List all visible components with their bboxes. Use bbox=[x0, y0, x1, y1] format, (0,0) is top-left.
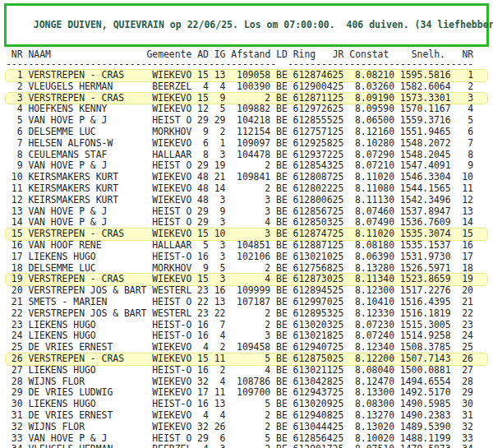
cell-rank: 1 bbox=[6, 70, 23, 81]
cell-ring: 613020925 bbox=[293, 399, 344, 410]
cell-land: BE bbox=[276, 320, 288, 331]
cell-ad: 16 bbox=[197, 365, 209, 376]
cell-constat: 8.13270 bbox=[355, 410, 394, 422]
table-row: 1 VERSTREPEN - CRAS WIEKEVO 15 13 109058… bbox=[6, 70, 487, 81]
cell-rank: 16 bbox=[6, 240, 23, 252]
race-results-page: JONGE DUIVEN, QUIEVRAIN op 22/06/25. Los… bbox=[0, 3, 493, 448]
cell-constat: 8.07510 bbox=[355, 444, 394, 448]
cell-ig: 14 bbox=[214, 183, 226, 195]
cell-land: BE bbox=[276, 376, 288, 388]
cell-constat: 8.11080 bbox=[355, 183, 394, 195]
cell-rank-2: 11 bbox=[451, 183, 473, 195]
cell-ad: 16 bbox=[197, 252, 209, 263]
cell-name: VERSTREPEN - CRAS bbox=[28, 353, 146, 365]
cell-afstand: 109700 bbox=[231, 387, 270, 399]
table-row: 17 LIEKENS HUGO HEIST-O 16 3 102106 BE 6… bbox=[6, 252, 487, 263]
cell-ring: 612943725 bbox=[293, 387, 344, 399]
cell-name: VAN HOVE P & J bbox=[28, 433, 146, 445]
cell-constat: 8.11130 bbox=[355, 195, 394, 206]
cell-ring: 613042825 bbox=[293, 376, 344, 388]
cell-afstand: 112154 bbox=[231, 127, 270, 138]
cell-ring: 612802225 bbox=[293, 183, 344, 195]
cell-afstand: 2 bbox=[231, 444, 270, 448]
cell-name: HOEFKENS KENNY bbox=[28, 104, 146, 115]
cell-rank: 25 bbox=[6, 342, 23, 353]
cell-land: BE bbox=[276, 263, 288, 275]
cell-rank-2: 3 bbox=[451, 93, 473, 104]
cell-afstand: 100390 bbox=[231, 81, 270, 93]
cell-rank-2: 7 bbox=[451, 138, 473, 150]
cell-rank: 11 bbox=[6, 183, 23, 195]
cell-snelheid: 1595.5816 bbox=[400, 70, 451, 81]
cell-snelheid: 1537.8947 bbox=[400, 206, 451, 218]
cell-ring: 612756825 bbox=[293, 263, 344, 275]
cell-land: BE bbox=[276, 422, 288, 433]
cell-rank-2: 1 bbox=[451, 70, 473, 81]
cell-rank-2: 32 bbox=[451, 422, 473, 433]
cell-snelheid: 1582.6064 bbox=[400, 81, 451, 93]
cell-rank: 29 bbox=[6, 387, 23, 399]
cell-land: BE bbox=[276, 115, 288, 127]
cell-ig: 9 bbox=[214, 206, 226, 218]
cell-rank: 8 bbox=[6, 150, 23, 161]
cell-ad: 29 bbox=[197, 115, 209, 127]
cell-name: DELSEMME LUC bbox=[28, 127, 146, 138]
cell-land: BE bbox=[276, 342, 288, 353]
cell-gemeente: HEIST-O bbox=[152, 399, 191, 410]
cell-constat: 8.11020 bbox=[355, 172, 394, 183]
cell-name: LIEKENS HUGO bbox=[28, 252, 146, 263]
cell-ring: 612874625 bbox=[293, 70, 344, 81]
table-row: 10 KEIRSMAKERS KURT WIEKEVO 48 21 109841… bbox=[6, 172, 487, 183]
cell-land: BE bbox=[276, 353, 288, 365]
cell-constat: 8.07490 bbox=[355, 217, 394, 229]
cell-ig: 10 bbox=[214, 229, 226, 240]
cell-land: BE bbox=[276, 127, 288, 138]
cell-constat: 8.13280 bbox=[355, 263, 394, 275]
cell-ig: 11 bbox=[214, 353, 226, 365]
cell-gemeente: HALLAAR bbox=[152, 150, 191, 161]
cell-gemeente: WIEKEVO bbox=[152, 274, 191, 285]
cell-name: KEIRSMAKERS KURT bbox=[28, 172, 146, 183]
cell-afstand: 107187 bbox=[231, 297, 270, 308]
cell-ring: 612850325 bbox=[293, 217, 344, 229]
table-row: 8 CEULEMANS STAF HALLAAR 8 3 104478 BE 6… bbox=[6, 150, 487, 161]
cell-ig: 21 bbox=[214, 172, 226, 183]
cell-rank-2: 31 bbox=[451, 410, 473, 422]
cell-ad: 22 bbox=[197, 297, 209, 308]
table-row: 15 VERSTREPEN - CRAS WIEKEVO 15 10 3 BE … bbox=[6, 229, 487, 240]
cell-rank-2: 23 bbox=[451, 320, 473, 331]
cell-snelheid: 1570.1167 bbox=[400, 104, 451, 115]
cell-ad: 9 bbox=[197, 263, 209, 275]
cell-snelheid: 1548.2045 bbox=[400, 150, 451, 161]
cell-ad: 12 bbox=[197, 104, 209, 115]
table-row: 2 VLEUGELS HERMAN BEERZEL 4 4 100390 BE … bbox=[6, 81, 487, 93]
cell-afstand: 109999 bbox=[231, 285, 270, 297]
cell-ad: 6 bbox=[197, 138, 209, 150]
cell-ring: 612873025 bbox=[293, 274, 344, 285]
cell-ad: 48 bbox=[197, 183, 209, 195]
cell-afstand: 104851 bbox=[231, 240, 270, 252]
cell-rank: 9 bbox=[6, 160, 23, 172]
cell-ad: 48 bbox=[197, 172, 209, 183]
cell-constat: 8.11340 bbox=[355, 274, 394, 285]
cell-snelheid: 1500.0881 bbox=[400, 365, 451, 376]
cell-ring: 613021125 bbox=[293, 365, 344, 376]
cell-constat: 8.07290 bbox=[355, 150, 394, 161]
cell-ig: 3 bbox=[214, 252, 226, 263]
cell-name: KEIRSMAKERS KURT bbox=[28, 195, 146, 206]
cell-land: BE bbox=[276, 330, 288, 342]
cell-snelheid: 1490.5985 bbox=[400, 399, 451, 410]
cell-rank-2: 13 bbox=[451, 206, 473, 218]
cell-constat: 8.13300 bbox=[355, 387, 394, 399]
cell-name: WIJNS FLOR bbox=[28, 376, 146, 388]
table-row: 34 VLEUGELS HERMAN BEERZEL 4 3 2 BE 6129… bbox=[6, 444, 487, 448]
table-row: 11 KEIRSMAKERS KURT WIEKEVO 48 14 2 BE 6… bbox=[6, 183, 487, 195]
cell-ad: 5 bbox=[197, 240, 209, 252]
cell-land: BE bbox=[276, 81, 288, 93]
cell-name: VAN HOOF RENE bbox=[28, 240, 146, 252]
cell-name: VERSTREPEN JOS & BART bbox=[28, 308, 146, 320]
cell-rank-2: 5 bbox=[451, 115, 473, 127]
cell-snelheid: 1515.3005 bbox=[400, 320, 451, 331]
table-row: 5 VAN HOVE P & J HEIST O 29 29 104218 BE… bbox=[6, 115, 487, 127]
cell-rank: 18 bbox=[6, 263, 23, 275]
